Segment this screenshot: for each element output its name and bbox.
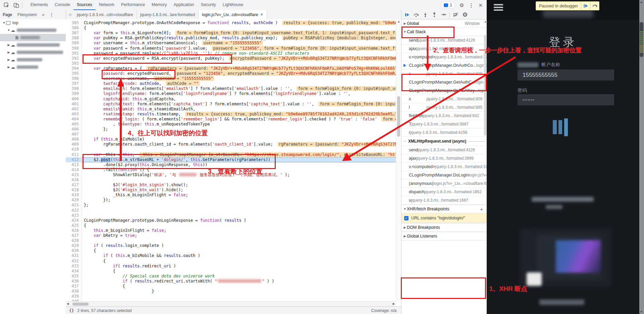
callstack-frame[interactable]: CLoginPromptManager.GetAuthC...login.js?… [401, 78, 487, 87]
line-number[interactable]: 392 [66, 56, 82, 61]
line-number[interactable]: 425 [66, 223, 82, 228]
line-number[interactable]: 430 [66, 248, 82, 253]
code-line[interactable]: 414 .fail(function () { [66, 167, 396, 172]
line-number[interactable]: 407 [66, 132, 82, 137]
file-tab-0[interactable]: jquery-1.8.3.mi...cdn=cloudflare [73, 10, 137, 19]
code-line[interactable]: 418 $J('#login_btn_wait').hide(); [66, 188, 396, 193]
navigator-kebab-icon[interactable]: ⋮ [47, 12, 56, 17]
resume-script-icon[interactable] [404, 12, 410, 17]
code-line[interactable]: 424CLoginPromptManager.prototype.OnLogin… [66, 218, 396, 223]
deactivate-breakpoints-icon[interactable] [453, 12, 459, 17]
callstack-frame[interactable]: dispatchjquery-1.8.3.mi...formatted:1852 [401, 188, 487, 196]
callstack-frame[interactable]: fireWithjquery-1.8.3.mi...:formatted:942 [401, 112, 487, 120]
line-number[interactable]: 412 [66, 157, 82, 162]
callstack-frame[interactable]: v.<computed>jquery-1.8.3.mi...formatted:… [401, 53, 487, 61]
page-scroll-thumb[interactable] [640, 22, 643, 57]
account-input[interactable]: 15555555555 [518, 69, 614, 81]
scope-section[interactable]: ▶ Global Window [401, 19, 487, 28]
line-number[interactable]: 436 [66, 279, 82, 284]
scroll-up-icon[interactable]: ▲ [396, 20, 401, 23]
code-line[interactable]: 436 if ( results.redirect_uri.startsWith… [66, 279, 396, 284]
line-number[interactable]: 400 [66, 97, 82, 102]
line-number[interactable]: 415 [66, 172, 82, 177]
line-number[interactable]: 410 [66, 147, 82, 152]
code-line[interactable]: 415 ShowAlertDialog('错误', '与 服务器连接时出现了一个… [66, 172, 396, 177]
callstack-frame[interactable]: ajaxjquery-1.8.3.mi...formatted:3999 [401, 45, 487, 53]
code-line[interactable]: 438 } [66, 289, 396, 294]
line-number[interactable]: 439 [66, 294, 82, 299]
line-number[interactable]: 414 [66, 167, 82, 172]
line-number[interactable]: 386 [66, 25, 82, 31]
code-line[interactable]: 402 emailsteamid: this.m_steamidEmailAut… [66, 107, 396, 112]
hamburger-menu-icon[interactable] [494, 4, 503, 12]
scroll-right-icon[interactable]: ▶ [393, 302, 395, 305]
tab-security[interactable]: Security [198, 0, 219, 10]
line-number[interactable]: 419 [66, 193, 82, 198]
code-line[interactable]: 423 [66, 213, 396, 218]
code-line[interactable]: 419 _this.m_bLoginInFlight = false; [66, 193, 396, 198]
line-number[interactable]: 413 [66, 162, 82, 167]
navigator-row[interactable]: ▶☁ [0, 56, 66, 63]
navigator-row[interactable]: ▼☁ [0, 27, 66, 34]
code-line[interactable]: 399 loginfriendlyname: form.elements['lo… [66, 91, 396, 96]
console-drawer-badge[interactable]: 1 [441, 2, 455, 8]
code-line[interactable]: 410 [66, 147, 396, 152]
code-line[interactable]: 397 twofactorcode: authCode,authCode = "… [66, 81, 396, 86]
code-line[interactable]: 389 var username = this.m_strUsernameCan… [66, 41, 396, 46]
code-line[interactable]: 417 $J('#login_btn_signin').show(); [66, 182, 396, 188]
tab-memory[interactable]: Memory [148, 0, 170, 10]
step-out-icon[interactable] [431, 12, 437, 17]
code-line[interactable]: 386{ [66, 25, 396, 31]
dom-expand-icon[interactable]: ▶ [403, 226, 407, 229]
line-number[interactable]: 399 [66, 91, 82, 96]
code-line[interactable]: 392 var encryptedPassword = RSA.encrypt(… [66, 56, 396, 61]
code-line[interactable]: 390 var password = form.elements['passwo… [66, 46, 396, 51]
tab-performance[interactable]: Performance [118, 0, 149, 10]
line-number[interactable]: 429 [66, 243, 82, 248]
callstack-header[interactable]: ▼ Call Stack [401, 28, 487, 36]
line-number[interactable]: 405 [66, 122, 82, 127]
inspect-element-icon[interactable] [3, 2, 10, 8]
navigator-row[interactable] [0, 34, 66, 41]
xhr-breakpoint-checkbox[interactable]: ✓ [404, 216, 409, 220]
tree-expand-icon[interactable]: ▼ [7, 29, 11, 32]
overlay-resume-icon[interactable] [581, 2, 590, 10]
line-number[interactable]: 395 [66, 71, 82, 76]
step-over-icon[interactable] [413, 12, 419, 17]
callstack-frame[interactable]: Tjquery-1.8.3.mi...formatted:3887 [401, 120, 487, 128]
line-number[interactable]: 435 [66, 274, 82, 279]
settings-gear-icon[interactable]: ⚙ [460, 3, 464, 8]
line-number[interactable]: 402 [66, 107, 82, 112]
navigator-row[interactable]: ▶☁ [0, 41, 66, 49]
code-line[interactable]: 426 this.m_bLoginInFlight = false; [66, 228, 396, 233]
scope-expand-icon[interactable]: ▶ [403, 22, 407, 25]
code-line[interactable]: 430 { [66, 248, 396, 253]
gl-expand-icon[interactable]: ▶ [403, 234, 407, 238]
global-listeners-header[interactable]: ▶ Global Listeners [401, 232, 487, 241]
tab-network[interactable]: Network [96, 0, 118, 10]
close-devtools-icon[interactable]: ✕ [478, 3, 483, 8]
line-number[interactable]: 427 [66, 233, 82, 238]
line-number[interactable]: 420 [66, 198, 82, 203]
tab-filesystem[interactable]: Filesystem [15, 12, 39, 17]
editor-vertical-scrollbar[interactable]: ▲ [396, 19, 401, 301]
line-number[interactable]: 408 [66, 137, 82, 142]
code-line[interactable]: 435 // Special case dota dev universe wo… [66, 274, 396, 279]
line-number[interactable]: 422 [66, 208, 82, 213]
close-tab-icon[interactable]: ✕ [260, 12, 263, 17]
line-number[interactable]: 416 [66, 177, 82, 182]
line-number[interactable]: 418 [66, 188, 82, 193]
code-line[interactable]: 407 [66, 132, 396, 137]
callstack-frame[interactable]: (anonymous)login.js?v=_Ltv...=cloudflare… [401, 179, 487, 188]
code-line[interactable]: 400 captchagid: this.m_gidCaptcha, [66, 97, 396, 102]
tree-expand-icon[interactable]: ▶ [7, 51, 11, 54]
code-line[interactable]: 434 { [66, 269, 396, 274]
tree-expand-icon[interactable]: ▶ [7, 65, 11, 69]
code-line[interactable]: 408 if (this.m_bIsMobile) [66, 137, 396, 142]
tab-elements[interactable]: Elements [27, 0, 51, 10]
callstack-frame[interactable]: CLoginPromptManager.OnAuthCo...login.js?… [401, 61, 487, 70]
device-toolbar-icon[interactable] [13, 2, 19, 8]
callstack-frame[interactable]: CLoginPromptManager.OnRSAKey...login.js?… [401, 87, 487, 95]
code-line[interactable]: 409 rgParameters.oauth_client_id = form.… [66, 142, 396, 147]
line-number[interactable]: 397 [66, 81, 82, 86]
